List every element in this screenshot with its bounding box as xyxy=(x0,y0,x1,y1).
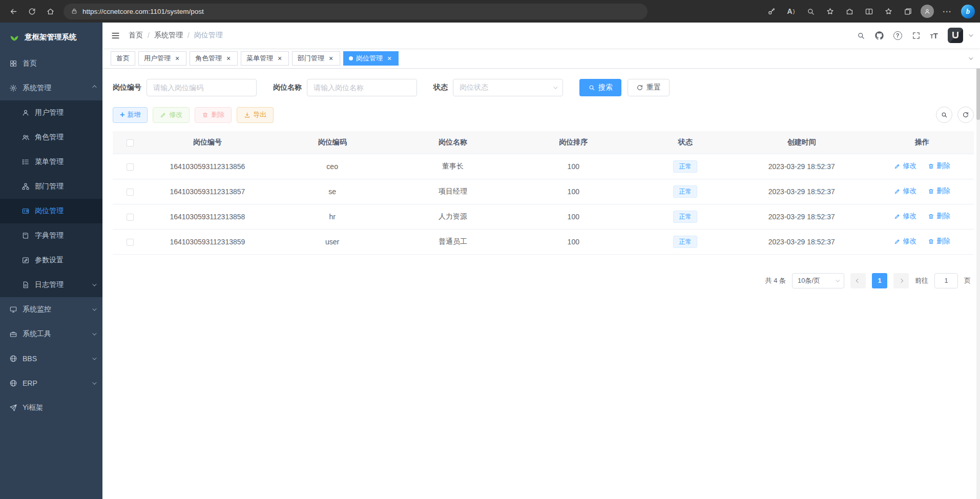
close-icon[interactable] xyxy=(174,55,181,62)
post-code-input[interactable] xyxy=(147,79,257,96)
select-all-checkbox[interactable] xyxy=(127,139,134,147)
breadcrumb-section[interactable]: 系统管理 xyxy=(154,31,183,40)
browser-back-button[interactable] xyxy=(4,3,23,20)
sidebar-item-post-mgmt[interactable]: 岗位管理 xyxy=(0,199,102,223)
read-aloud-icon[interactable] xyxy=(782,3,800,20)
sidebar-item-role-mgmt[interactable]: 角色管理 xyxy=(0,125,102,150)
tab-dept-mgmt[interactable]: 部门管理 xyxy=(292,51,340,66)
toggle-search-button[interactable] xyxy=(936,107,952,123)
add-favorite-icon[interactable] xyxy=(821,3,839,20)
close-icon[interactable] xyxy=(276,55,283,62)
row-delete-link[interactable]: 删除 xyxy=(928,186,950,196)
browser-refresh-button[interactable] xyxy=(23,3,41,20)
key-icon[interactable] xyxy=(762,3,781,20)
row-checkbox[interactable] xyxy=(127,214,134,221)
chevron-down-icon xyxy=(92,306,96,310)
search-button[interactable]: 搜索 xyxy=(579,79,621,96)
favorites-icon[interactable] xyxy=(879,3,898,20)
globe-icon xyxy=(9,379,17,387)
logo-leaf-icon xyxy=(9,32,19,42)
zoom-icon[interactable] xyxy=(801,3,820,20)
row-edit-link[interactable]: 修改 xyxy=(894,212,916,221)
row-checkbox[interactable] xyxy=(127,189,134,196)
goto-unit-label: 页 xyxy=(964,276,971,285)
split-screen-icon[interactable] xyxy=(860,3,878,20)
browser-menu-icon[interactable] xyxy=(937,3,956,20)
pencil-icon xyxy=(894,163,901,170)
sidebar-item-monitor[interactable]: 系统监控 xyxy=(0,297,102,322)
goto-page-input[interactable] xyxy=(934,273,958,288)
sidebar-item-home[interactable]: 首页 xyxy=(0,51,102,76)
pagination-total: 共 4 条 xyxy=(765,276,786,285)
close-icon[interactable] xyxy=(327,55,335,62)
close-icon[interactable] xyxy=(225,55,232,62)
sidebar-item-user-mgmt[interactable]: 用户管理 xyxy=(0,100,102,125)
extensions-icon[interactable] xyxy=(840,3,859,20)
sidebar-item-menu-mgmt[interactable]: 菜单管理 xyxy=(0,150,102,174)
status-select[interactable]: 岗位状态 xyxy=(453,79,563,96)
fullscreen-icon[interactable] xyxy=(912,31,921,40)
sidebar-toggle-icon[interactable] xyxy=(111,31,120,40)
page-scrollbar[interactable] xyxy=(976,23,980,499)
tab-user-mgmt[interactable]: 用户管理 xyxy=(138,51,186,66)
sidebar-item-dict-mgmt[interactable]: 字典管理 xyxy=(0,223,102,248)
sidebar-item-erp[interactable]: ERP xyxy=(0,371,102,396)
browser-chrome: https://ccnetcore.com:1101/system/post xyxy=(0,0,980,23)
row-checkbox[interactable] xyxy=(127,163,134,171)
search-icon[interactable] xyxy=(857,31,865,40)
add-button[interactable]: 新增 xyxy=(113,107,148,123)
row-edit-link[interactable]: 修改 xyxy=(894,161,916,171)
collections-icon[interactable] xyxy=(899,3,917,20)
row-edit-link[interactable]: 修改 xyxy=(894,237,916,246)
edit-button[interactable]: 修改 xyxy=(153,107,190,123)
reset-button[interactable]: 重置 xyxy=(628,79,670,96)
close-icon[interactable] xyxy=(386,55,393,62)
system-submenu: 用户管理 角色管理 菜单管理 部门管理 岗位管理 xyxy=(0,100,102,297)
sidebar-item-log-mgmt[interactable]: 日志管理 xyxy=(0,273,102,297)
sidebar-item-dept-mgmt[interactable]: 部门管理 xyxy=(0,174,102,199)
row-delete-link[interactable]: 删除 xyxy=(928,212,950,221)
address-bar[interactable]: https://ccnetcore.com:1101/system/post xyxy=(64,4,648,19)
delete-button[interactable]: 删除 xyxy=(195,107,232,123)
tags-view-bar: 首页 用户管理 角色管理 菜单管理 部门管理 岗位管理 xyxy=(102,48,980,69)
app-header: 首页 系统管理 岗位管理 xyxy=(102,23,980,48)
sidebar-item-tools[interactable]: 系统工具 xyxy=(0,322,102,346)
help-icon[interactable] xyxy=(893,31,902,40)
page-number-button[interactable]: 1 xyxy=(872,273,887,288)
post-name-input[interactable] xyxy=(307,79,417,96)
table-row: 1641030593112313856 ceo 董事长 100 正常 2023-… xyxy=(113,154,974,179)
font-size-icon[interactable] xyxy=(930,31,938,40)
page-size-select[interactable]: 10条/页 xyxy=(792,273,844,288)
breadcrumb-home[interactable]: 首页 xyxy=(129,31,143,40)
export-button[interactable]: 导出 xyxy=(237,107,274,123)
row-edit-link[interactable]: 修改 xyxy=(894,186,916,196)
row-delete-link[interactable]: 删除 xyxy=(928,237,950,246)
copilot-icon[interactable] xyxy=(961,5,975,18)
user-avatar[interactable] xyxy=(948,28,963,43)
next-page-button[interactable] xyxy=(893,273,909,288)
tab-post-mgmt[interactable]: 岗位管理 xyxy=(343,51,399,66)
tab-home[interactable]: 首页 xyxy=(111,51,135,66)
prev-page-button[interactable] xyxy=(850,273,866,288)
refresh-table-button[interactable] xyxy=(957,107,974,123)
row-delete-link[interactable]: 删除 xyxy=(928,161,950,171)
cell-created: 2023-03-29 18:52:37 xyxy=(733,154,870,179)
cell-post-sort: 100 xyxy=(509,154,638,179)
browser-toolbar-icons xyxy=(762,3,976,20)
sidebar-item-system[interactable]: 系统管理 xyxy=(0,76,102,100)
tabs-overflow-icon[interactable] xyxy=(969,55,973,59)
github-icon[interactable] xyxy=(875,31,884,40)
sidebar-item-yi-framework[interactable]: Yi框架 xyxy=(0,396,102,420)
status-badge: 正常 xyxy=(673,236,697,248)
tab-menu-mgmt[interactable]: 菜单管理 xyxy=(241,51,289,66)
tab-role-mgmt[interactable]: 角色管理 xyxy=(190,51,238,66)
row-checkbox[interactable] xyxy=(127,239,134,246)
list-icon xyxy=(22,158,30,166)
users-icon xyxy=(22,133,30,141)
sidebar-item-param-settings[interactable]: 参数设置 xyxy=(0,248,102,273)
sidebar-item-bbs[interactable]: BBS xyxy=(0,346,102,371)
browser-profile-avatar[interactable] xyxy=(918,3,936,20)
browser-home-button[interactable] xyxy=(41,3,59,20)
avatar-caret-icon[interactable] xyxy=(969,32,973,36)
pencil-icon xyxy=(894,238,901,245)
